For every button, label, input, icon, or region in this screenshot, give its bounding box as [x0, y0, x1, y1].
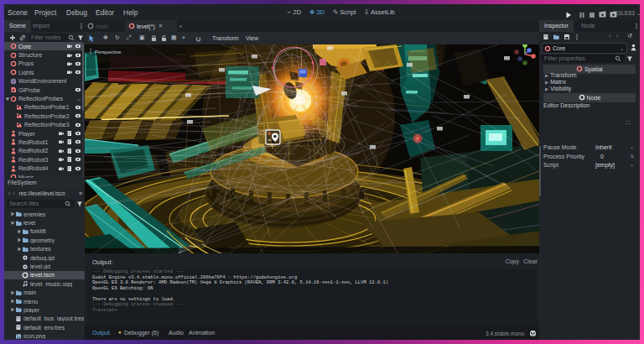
svg-text:Perspective: Perspective — [95, 50, 122, 55]
